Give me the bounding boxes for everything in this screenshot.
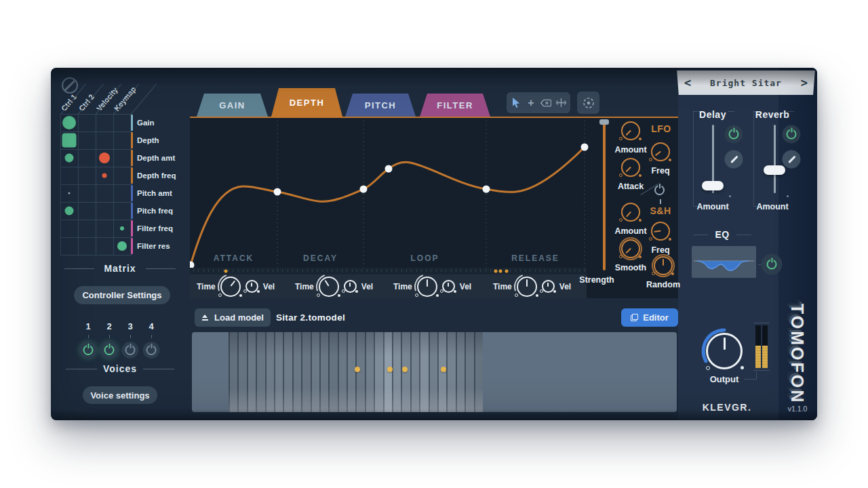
keyboard-bar[interactable] [474,332,483,412]
envelope-point[interactable] [385,165,393,173]
time-knob[interactable] [319,277,339,297]
vel-knob[interactable] [542,280,555,293]
keyboard-bar[interactable] [429,332,437,412]
envelope-editor[interactable]: ATTACKDECAYLOOPRELEASE TimeVelTimeVelTim… [190,118,678,298]
envelope-knob-group-decay: TimeVel [295,274,373,298]
cursor-icon[interactable] [511,98,521,108]
envelope-section-label-attack: ATTACK [214,253,254,263]
power-icon [729,129,739,140]
reverb-power-button[interactable] [783,125,801,144]
pencil-icon [730,155,738,164]
strength-slider-handle[interactable] [599,119,609,125]
preset-name[interactable]: Bright Sitar [710,78,782,88]
eq-power-button[interactable] [762,254,783,275]
keyboard-bar[interactable] [311,332,319,412]
tick-mark [342,269,342,272]
envelope-point[interactable] [483,186,490,193]
sh-power-button[interactable] [654,185,665,195]
keyboard-bar[interactable] [392,332,401,412]
sh-freq-knob[interactable] [651,222,670,241]
keyboard-bar[interactable] [347,332,355,412]
delay-power-button[interactable] [725,125,743,144]
keyboard-bar[interactable] [319,332,328,412]
tab-pitch[interactable]: PITCH [345,94,416,117]
keyboard-bar[interactable] [419,332,428,412]
knob-range-dot [243,289,247,293]
time-knob[interactable] [220,277,241,297]
preset-next-button[interactable]: > [801,76,808,89]
keyboard-bar[interactable] [465,332,473,412]
tick-mark [376,269,377,272]
split-vertical-icon[interactable] [555,98,566,108]
sh-amount-knob[interactable] [621,203,640,222]
keyboard-display[interactable] [192,332,677,412]
keyboard-bar[interactable] [229,332,237,412]
output-knob[interactable] [706,333,743,369]
voices-line-left [66,369,97,369]
controller-settings-button[interactable]: Controller Settings [74,286,170,304]
knob-range-dot [239,294,242,297]
keyboard-bar[interactable] [328,332,337,412]
knob-pointer [655,151,661,156]
envelope-point[interactable] [581,144,589,151]
tick-mark [233,269,233,272]
time-knob[interactable] [417,277,437,297]
matrix-group-color-bar [131,150,133,166]
time-knob[interactable] [517,277,537,297]
reverb-slider-handle[interactable] [764,165,785,175]
keyboard-bar[interactable] [274,332,283,412]
vel-knob[interactable] [344,280,357,293]
keyboard-bar[interactable] [256,332,264,412]
keyboard-bar[interactable] [283,332,292,412]
delete-point-icon[interactable] [540,98,551,108]
tick-mark [515,269,516,272]
voice-power-button-1[interactable] [80,342,97,359]
lfo-freq-knob[interactable] [651,142,670,161]
keyboard-bar[interactable] [265,332,274,412]
reverb-bracket-left [753,111,754,206]
envelope-point[interactable] [360,186,368,193]
keyboard-bar[interactable] [292,332,301,412]
add-point-icon[interactable]: + [526,98,536,108]
keyboard-bar[interactable] [410,332,419,412]
voice-power-button-4[interactable] [143,342,160,359]
tick-mark [337,269,338,272]
envelope-point[interactable] [274,188,281,196]
delay-edit-button[interactable] [725,150,743,169]
load-model-button[interactable]: Load model [195,308,271,327]
envelope-section-label-decay: DECAY [303,253,338,263]
keyboard-bar[interactable] [374,332,382,412]
keyboard-bar[interactable] [365,332,374,412]
knob-range-dot [218,293,222,297]
keyboard-bar[interactable] [301,332,310,412]
sh-random-knob[interactable] [654,256,673,275]
lfo-attack-knob[interactable] [621,158,640,177]
vel-knob[interactable] [245,280,258,293]
reset-view-button[interactable] [577,92,599,114]
lfo-amount-knob[interactable] [621,121,640,140]
editor-button[interactable]: Editor [621,308,678,327]
tab-gain[interactable]: GAIN [197,94,268,117]
matrix-row-label: Pitch freq [131,202,184,220]
voice-power-button-2[interactable] [101,342,118,359]
tick-mark [530,269,530,272]
tab-depth[interactable]: DEPTH [271,88,342,117]
preset-prev-button[interactable]: < [684,76,691,89]
tick-mark [302,269,303,272]
reverb-slider-track[interactable] [774,125,776,193]
sh-smooth-knob[interactable] [621,239,640,258]
keyboard-bar[interactable] [338,332,347,412]
delay-slider-handle[interactable] [702,181,724,190]
eq-display[interactable] [692,246,756,278]
keyboard-bar[interactable] [456,332,465,412]
voice-settings-button[interactable]: Voice settings [83,386,157,404]
keyboard-bar[interactable] [247,332,256,412]
reverb-edit-button[interactable] [783,150,801,169]
keyboard-bar[interactable] [446,332,455,412]
strength-slider-track[interactable] [603,123,606,270]
vel-knob[interactable] [442,280,455,293]
keyboard-bar[interactable] [237,332,246,412]
tick-mark [406,269,407,272]
voice-power-button-3[interactable] [122,342,139,359]
tab-filter[interactable]: FILTER [420,94,490,117]
